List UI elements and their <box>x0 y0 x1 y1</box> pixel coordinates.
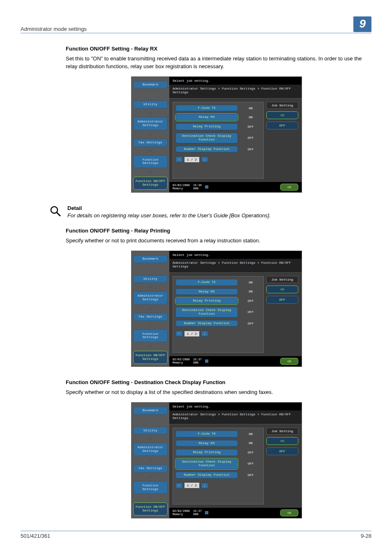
page-up-button[interactable]: ↑ <box>175 331 183 336</box>
arrow: ↓ <box>133 344 168 349</box>
section-paragraph: Specify whether or not to display a list… <box>66 389 367 396</box>
function-settings-button[interactable]: Function Settings <box>133 481 168 494</box>
option-value: OFF <box>240 125 261 129</box>
function-onoff-button[interactable]: Function ON/OFF Settings <box>133 177 168 190</box>
footer-left: 501/421/361 <box>21 533 50 539</box>
arrow: ↓ <box>133 436 168 441</box>
ok-button[interactable]: OK <box>280 184 298 191</box>
fax-settings-button[interactable]: Fax Settings <box>133 313 168 321</box>
header-breadcrumb: Administrator mode settings <box>21 26 87 32</box>
status-bar: 02/02/2008Memory15:3690%OK <box>169 182 302 192</box>
status-date: 02/02/2008Memory <box>173 509 190 516</box>
option-row: Number Display FunctionOFF <box>175 146 261 153</box>
breadcrumb: Administrator Settings > Function Settin… <box>169 410 302 424</box>
sidebar: BookmarkUtility↓Administrator Settings↓F… <box>131 251 169 366</box>
section-heading: Function ON/OFF Setting - Destination Ch… <box>66 379 367 385</box>
instruction-bar: Select job setting. <box>169 251 302 259</box>
options-list: F-Code TXONRelay RXONRelay PrintingOFFDe… <box>173 428 264 504</box>
section-heading: Function ON/OFF Setting - Relay RX <box>66 46 367 52</box>
function-onoff-button[interactable]: Function ON/OFF Settings <box>133 502 168 516</box>
page-down-button[interactable]: ↓ <box>201 331 208 336</box>
page-indicator: 1 / 2 <box>184 331 199 336</box>
option-value: ON <box>240 441 261 445</box>
option-button[interactable]: F-Code TX <box>175 105 238 112</box>
on-button[interactable]: ON <box>266 437 298 445</box>
utility-button[interactable]: Utility <box>133 275 168 283</box>
option-row: F-Code TXON <box>175 105 261 112</box>
status-icon <box>205 185 208 189</box>
status-icon <box>205 511 208 514</box>
option-button[interactable]: Destination Check Display Function <box>175 133 238 143</box>
utility-button[interactable]: Utility <box>133 101 168 108</box>
fax-settings-button[interactable]: Fax Settings <box>133 465 168 472</box>
admin-settings-button[interactable]: Administrator Settings <box>133 291 168 304</box>
footer-right: 9-28 <box>361 533 371 539</box>
option-value: OFF <box>240 473 261 477</box>
option-row: Relay PrintingOFF <box>175 297 261 304</box>
job-setting-column: Job SettingONOFF <box>266 276 298 353</box>
status-time: 15:3790% <box>193 358 202 364</box>
option-button[interactable]: Number Display Function <box>175 320 238 327</box>
option-value: OFF <box>240 299 261 303</box>
fax-settings-button[interactable]: Fax Settings <box>133 139 168 147</box>
option-button[interactable]: Number Display Function <box>175 146 238 153</box>
option-row: Number Display FunctionOFF <box>175 472 261 479</box>
detail-label: Detail <box>67 205 271 211</box>
option-value: ON <box>240 432 261 436</box>
spacer <box>133 417 168 425</box>
bookmark-button: Bookmark <box>133 255 168 263</box>
option-button[interactable]: Relay Printing <box>175 123 238 130</box>
off-button[interactable]: OFF <box>266 447 298 455</box>
chapter-badge: 9 <box>353 16 371 32</box>
function-settings-button[interactable]: Function Settings <box>133 155 168 168</box>
option-button[interactable]: Number Display Function <box>175 472 238 479</box>
option-value: OFF <box>240 462 261 465</box>
off-button[interactable]: OFF <box>266 296 298 304</box>
detail-callout: DetailFor details on registering relay u… <box>49 205 367 219</box>
arrow: ↓ <box>133 111 168 115</box>
admin-settings-button[interactable]: Administrator Settings <box>133 443 168 456</box>
option-value: OFF <box>240 451 261 454</box>
option-button[interactable]: Relay Printing <box>175 449 238 456</box>
option-value: ON <box>240 106 261 110</box>
page-up-button[interactable]: ↑ <box>175 157 183 162</box>
job-setting-column: Job SettingONOFF <box>266 102 298 179</box>
option-value: ON <box>240 290 261 293</box>
admin-settings-button[interactable]: Administrator Settings <box>133 117 168 130</box>
option-row: Relay RXON <box>175 288 261 295</box>
utility-button[interactable]: Utility <box>133 427 168 435</box>
bookmark-button: Bookmark <box>133 81 168 89</box>
device-screenshot: BookmarkUtility↓Administrator Settings↓F… <box>131 76 302 193</box>
on-button[interactable]: ON <box>266 111 298 119</box>
spacer <box>133 90 168 99</box>
option-button[interactable]: Destination Check Display Function <box>175 458 238 469</box>
option-button[interactable]: Relay Printing <box>175 297 238 304</box>
page-up-button[interactable]: ↑ <box>175 483 183 488</box>
option-row: Relay PrintingOFF <box>175 123 261 130</box>
breadcrumb: Administrator Settings > Function Settin… <box>169 259 302 273</box>
sidebar: BookmarkUtility↓Administrator Settings↓F… <box>131 403 169 518</box>
page-down-button[interactable]: ↓ <box>201 483 208 488</box>
off-button[interactable]: OFF <box>266 122 298 129</box>
option-row: F-Code TXON <box>175 431 261 438</box>
option-button[interactable]: F-Code TX <box>175 431 238 438</box>
arrow: ↓ <box>133 170 168 175</box>
device-screenshot: BookmarkUtility↓Administrator Settings↓F… <box>131 251 302 367</box>
on-button[interactable]: ON <box>266 286 298 293</box>
ok-button[interactable]: OK <box>280 358 298 365</box>
job-setting-column: Job SettingONOFF <box>266 428 298 504</box>
option-row: Relay RXON <box>175 440 261 447</box>
function-settings-button[interactable]: Function Settings <box>133 329 168 343</box>
page-down-button[interactable]: ↓ <box>201 157 208 162</box>
ok-button[interactable]: OK <box>280 509 298 516</box>
option-button[interactable]: Destination Check Display Function <box>175 307 238 318</box>
option-button[interactable]: Relay RX <box>175 288 238 295</box>
function-onoff-button[interactable]: Function ON/OFF Settings <box>133 351 168 364</box>
option-button[interactable]: Relay RX <box>175 440 238 447</box>
option-button[interactable]: Relay RX <box>175 114 238 121</box>
pager: ↑1 / 2↓ <box>175 483 261 488</box>
option-row: Destination Check Display FunctionOFF <box>175 307 261 318</box>
magnifier-icon <box>49 205 62 219</box>
section-paragraph: Set this to "ON" to enable transmitting … <box>66 55 367 71</box>
option-button[interactable]: F-Code TX <box>175 279 238 286</box>
